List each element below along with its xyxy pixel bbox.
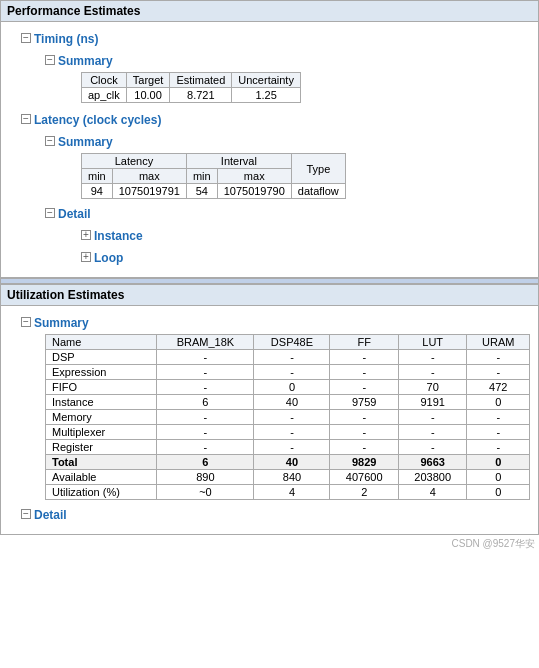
latency-detail-items: + Instance + Loop: [81, 225, 530, 267]
util-cell: -: [398, 440, 466, 455]
util-summary-collapse-icon[interactable]: −: [21, 317, 31, 327]
util-row: FIFO-0-70472: [46, 380, 530, 395]
latency-cell: dataflow: [291, 184, 345, 199]
util-cell: Expression: [46, 365, 157, 380]
util-cell: Register: [46, 440, 157, 455]
util-detail-collapse-icon[interactable]: −: [21, 509, 31, 519]
latency-summary-label: Summary: [58, 135, 113, 149]
timing-cell: 8.721: [170, 88, 232, 103]
util-cell: ~0: [157, 485, 254, 500]
util-cell: 6: [157, 455, 254, 470]
timing-label[interactable]: Timing (ns): [34, 32, 98, 46]
util-cell: 40: [254, 395, 330, 410]
util-col-header: DSP48E: [254, 335, 330, 350]
interval-min-header: min: [186, 169, 217, 184]
util-cell: -: [157, 425, 254, 440]
util-col-header: Name: [46, 335, 157, 350]
util-cell: Utilization (%): [46, 485, 157, 500]
timing-summary-collapse-icon[interactable]: −: [45, 55, 55, 65]
util-row: Memory-----: [46, 410, 530, 425]
utilization-section: Utilization Estimates − Summary NameBRAM…: [0, 284, 539, 535]
performance-title: Performance Estimates: [7, 4, 140, 18]
utilization-title: Utilization Estimates: [7, 288, 124, 302]
util-row: Total640982996630: [46, 455, 530, 470]
utilization-content: − Summary NameBRAM_18KDSP48EFFLUTURAM DS…: [0, 306, 539, 535]
performance-content: − Timing (ns) − Summary Clock Target Est…: [0, 22, 539, 278]
util-cell: 840: [254, 470, 330, 485]
timing-summary-label: Summary: [58, 54, 113, 68]
util-row: DSP-----: [46, 350, 530, 365]
type-header: Type: [291, 154, 345, 184]
latency-max-header: max: [112, 169, 186, 184]
timing-cell: ap_clk: [82, 88, 127, 103]
utilization-table: NameBRAM_18KDSP48EFFLUTURAM DSP-----Expr…: [45, 334, 530, 500]
util-cell: 0: [467, 485, 530, 500]
util-cell: 203800: [398, 470, 466, 485]
util-cell: 0: [254, 380, 330, 395]
performance-estimates-header: Performance Estimates: [0, 0, 539, 22]
util-cell: FIFO: [46, 380, 157, 395]
util-row: Expression-----: [46, 365, 530, 380]
util-col-header: BRAM_18K: [157, 335, 254, 350]
util-row: Utilization (%)~04240: [46, 485, 530, 500]
util-cell: -: [254, 425, 330, 440]
util-row: Multiplexer-----: [46, 425, 530, 440]
util-col-header: FF: [330, 335, 398, 350]
util-cell: Instance: [46, 395, 157, 410]
instance-expand-icon[interactable]: +: [81, 230, 91, 240]
loop-label[interactable]: Loop: [94, 251, 123, 265]
util-cell: 407600: [330, 470, 398, 485]
util-cell: -: [398, 410, 466, 425]
util-detail-section: − Detail: [21, 504, 530, 524]
util-cell: 4: [254, 485, 330, 500]
latency-min-header: min: [82, 169, 113, 184]
latency-row: 941075019791541075019790dataflow: [82, 184, 346, 199]
latency-detail-section: − Detail + Instance + Loop: [45, 203, 530, 267]
timing-cell: 1.25: [232, 88, 301, 103]
latency-label[interactable]: Latency (clock cycles): [34, 113, 161, 127]
util-cell: -: [157, 365, 254, 380]
instance-label[interactable]: Instance: [94, 229, 143, 243]
util-summary-label: Summary: [34, 316, 89, 330]
timing-table: Clock Target Estimated Uncertainty ap_cl…: [81, 72, 301, 103]
timing-col-clock: Clock: [82, 73, 127, 88]
watermark: CSDN @9527华安: [0, 535, 539, 553]
util-row: Instance640975991910: [46, 395, 530, 410]
latency-group-header: Latency: [82, 154, 187, 169]
timing-row: ap_clk10.008.7211.25: [82, 88, 301, 103]
interval-group-header: Interval: [186, 154, 291, 169]
util-detail-label: Detail: [34, 508, 67, 522]
timing-collapse-icon[interactable]: −: [21, 33, 31, 43]
latency-summary-collapse-icon[interactable]: −: [45, 136, 55, 146]
interval-max-header: max: [217, 169, 291, 184]
latency-detail-collapse-icon[interactable]: −: [45, 208, 55, 218]
latency-detail-label: Detail: [58, 207, 91, 221]
timing-col-target: Target: [126, 73, 170, 88]
util-cell: 472: [467, 380, 530, 395]
latency-cell: 94: [82, 184, 113, 199]
timing-col-uncertainty: Uncertainty: [232, 73, 301, 88]
util-col-header: URAM: [467, 335, 530, 350]
util-cell: -: [330, 350, 398, 365]
utilization-header: Utilization Estimates: [0, 284, 539, 306]
util-cell: 70: [398, 380, 466, 395]
utilization-table-container: NameBRAM_18KDSP48EFFLUTURAM DSP-----Expr…: [45, 334, 530, 500]
util-cell: -: [330, 410, 398, 425]
util-cell: -: [398, 425, 466, 440]
util-cell: -: [157, 380, 254, 395]
util-cell: 40: [254, 455, 330, 470]
util-cell: -: [157, 440, 254, 455]
loop-expand-icon[interactable]: +: [81, 252, 91, 262]
util-cell: 9829: [330, 455, 398, 470]
util-cell: -: [254, 410, 330, 425]
util-cell: 0: [467, 455, 530, 470]
util-cell: -: [330, 365, 398, 380]
latency-collapse-icon[interactable]: −: [21, 114, 31, 124]
timing-section: − Timing (ns) − Summary Clock Target Est…: [21, 28, 530, 103]
util-cell: -: [467, 365, 530, 380]
util-cell: -: [254, 365, 330, 380]
util-cell: -: [467, 410, 530, 425]
latency-table-container: Latency Interval Type min max min max: [81, 153, 530, 199]
util-cell: Memory: [46, 410, 157, 425]
latency-section: − Latency (clock cycles) − Summary Laten…: [21, 109, 530, 267]
